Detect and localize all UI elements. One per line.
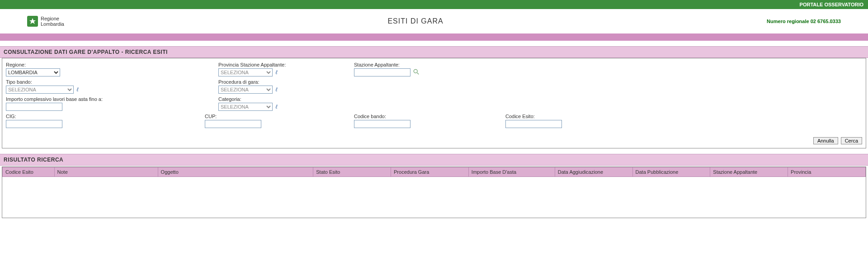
categoria-help-icon[interactable]: ℓ xyxy=(275,104,282,110)
logo-line1: Regione xyxy=(41,16,64,21)
header: Regione Lombardia ESITI DI GARA Numero r… xyxy=(0,9,868,33)
page-title: ESITI DI GARA xyxy=(387,17,443,25)
search-form-panel: Regione: LOMBARDIA Provincia Stazione Ap… xyxy=(2,58,866,148)
logo-block: Regione Lombardia xyxy=(27,16,64,27)
provincia-select[interactable]: SELEZIONA xyxy=(218,68,273,76)
col-stato-esito[interactable]: Stato Esito xyxy=(313,167,391,177)
codice-bando-input[interactable] xyxy=(354,120,410,128)
svg-line-1 xyxy=(417,73,419,75)
procedura-select[interactable]: SELEZIONA xyxy=(218,86,273,94)
results-table: Codice Esito Note Oggetto Stato Esito Pr… xyxy=(2,167,866,218)
cig-label: CIG: xyxy=(6,114,218,119)
stazione-label: Stazione Appaltante: xyxy=(354,62,657,67)
stazione-input[interactable] xyxy=(354,68,410,76)
col-oggetto[interactable]: Oggetto xyxy=(158,167,313,177)
results-section-header: RISULTATO RICERCA xyxy=(0,154,868,166)
importo-label: Importo complessivo lavori base asta fin… xyxy=(6,96,218,102)
svg-point-0 xyxy=(414,70,417,73)
annulla-button[interactable]: Annulla xyxy=(813,137,838,144)
codice-esito-input[interactable] xyxy=(505,120,562,128)
codice-esito-label: Codice Esito: xyxy=(505,114,657,119)
cig-input[interactable] xyxy=(6,120,62,128)
divider-strip xyxy=(0,33,868,41)
cup-label: CUP: xyxy=(205,114,354,119)
logo-text: Regione Lombardia xyxy=(41,16,64,27)
provincia-label: Provincia Stazione Appaltante: xyxy=(218,62,354,67)
form-section-header: CONSULTAZIONE DATI GARE D'APPALTO - RICE… xyxy=(0,46,868,58)
cup-input[interactable] xyxy=(205,120,261,128)
col-codice-esito[interactable]: Codice Esito xyxy=(3,167,55,177)
col-importo-base[interactable]: Importo Base D'asta xyxy=(468,167,555,177)
top-bar: PORTALE OSSERVATORIO xyxy=(0,0,868,9)
col-provincia[interactable]: Provincia xyxy=(788,167,866,177)
col-data-pubblicazione[interactable]: Data Pubblicazione xyxy=(632,167,710,177)
logo-line2: Lombardia xyxy=(41,21,64,27)
procedura-label: Procedura di gara: xyxy=(218,79,354,85)
region-logo-icon xyxy=(27,16,38,27)
provincia-help-icon[interactable]: ℓ xyxy=(275,69,282,76)
procedura-help-icon[interactable]: ℓ xyxy=(275,86,282,93)
cerca-button[interactable]: Cerca xyxy=(841,137,862,144)
regione-select[interactable]: LOMBARDIA xyxy=(6,68,60,76)
phone-number: Numero regionale 02 6765.0333 xyxy=(767,19,841,24)
col-stazione-appaltante[interactable]: Stazione Appaltante xyxy=(710,167,788,177)
col-procedura-gara[interactable]: Procedura Gara xyxy=(391,167,469,177)
results-panel: Codice Esito Note Oggetto Stato Esito Pr… xyxy=(2,167,866,218)
tipo-bando-label: Tipo bando: xyxy=(6,79,218,85)
categoria-select[interactable]: SELEZIONA xyxy=(218,103,273,111)
regione-label: Regione: xyxy=(6,62,218,67)
portal-label: PORTALE OSSERVATORIO xyxy=(800,2,863,7)
codice-bando-label: Codice bando: xyxy=(354,114,505,119)
stazione-search-icon[interactable] xyxy=(413,69,420,76)
tipo-bando-select[interactable]: SELEZIONA xyxy=(6,86,74,94)
importo-input[interactable] xyxy=(6,103,62,111)
col-note[interactable]: Note xyxy=(54,167,158,177)
col-data-aggiudicazione[interactable]: Data Aggiudicazione xyxy=(555,167,632,177)
categoria-label: Categoria: xyxy=(218,96,354,102)
tipo-bando-help-icon[interactable]: ℓ xyxy=(76,86,83,93)
